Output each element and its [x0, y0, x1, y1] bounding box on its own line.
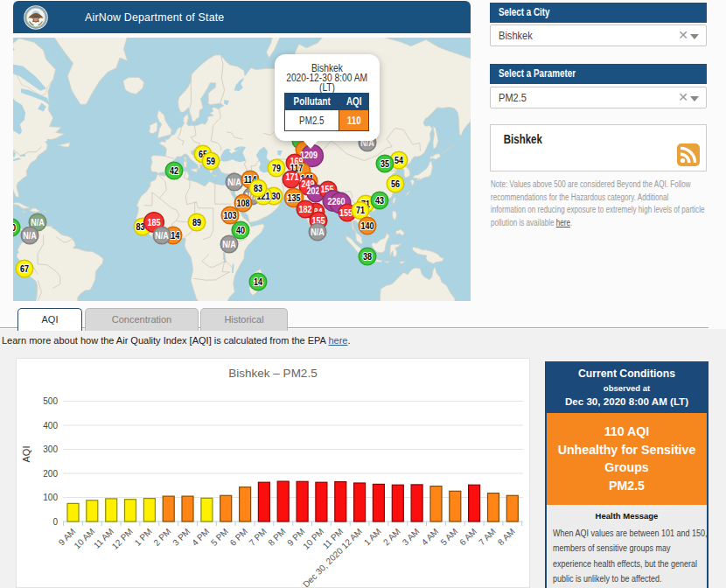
svg-text:10 PM: 10 PM [301, 527, 325, 551]
svg-text:5 AM: 5 AM [438, 527, 459, 548]
svg-text:14: 14 [254, 276, 262, 287]
svg-text:8 AM: 8 AM [496, 527, 517, 548]
svg-text:83: 83 [254, 183, 262, 193]
svg-text:54: 54 [394, 155, 403, 165]
svg-text:35: 35 [380, 158, 389, 169]
svg-text:Bishkek – PM2.5: Bishkek – PM2.5 [228, 367, 317, 380]
svg-text:2 PM: 2 PM [151, 527, 172, 548]
svg-text:3 AM: 3 AM [401, 527, 422, 548]
svg-text:10 AM: 10 AM [72, 527, 96, 551]
svg-text:42: 42 [170, 165, 178, 176]
svg-text:182: 182 [298, 204, 311, 214]
svg-text:8 PM: 8 PM [266, 527, 287, 548]
svg-text:185: 185 [147, 217, 160, 228]
svg-text:N/A: N/A [155, 230, 169, 241]
svg-text:400: 400 [43, 421, 58, 430]
svg-text:135: 135 [287, 192, 300, 203]
svg-text:500: 500 [43, 396, 58, 406]
svg-text:N/A: N/A [222, 239, 236, 249]
svg-text:3 PM: 3 PM [171, 527, 192, 548]
svg-text:N/A: N/A [31, 217, 45, 228]
svg-text:12 PM: 12 PM [110, 527, 135, 551]
svg-text:103: 103 [223, 210, 236, 220]
svg-text:N/A: N/A [227, 177, 241, 187]
svg-text:59: 59 [206, 156, 215, 166]
svg-text:1 PM: 1 PM [133, 527, 154, 548]
svg-text:6 AM: 6 AM [457, 527, 478, 548]
svg-text:6 PM: 6 PM [228, 527, 249, 548]
svg-text:5 PM: 5 PM [209, 527, 230, 548]
svg-text:4 AM: 4 AM [420, 527, 441, 548]
svg-text:40: 40 [236, 225, 245, 235]
svg-text:50: 50 [13, 222, 16, 233]
svg-text:56: 56 [391, 178, 400, 189]
svg-text:79: 79 [272, 163, 281, 173]
svg-text:171: 171 [285, 172, 298, 182]
svg-text:71: 71 [356, 206, 365, 216]
svg-text:89: 89 [192, 217, 201, 228]
svg-text:200: 200 [43, 469, 58, 479]
svg-text:38: 38 [363, 251, 372, 262]
svg-text:AQI: AQI [21, 446, 31, 463]
svg-text:7 AM: 7 AM [477, 527, 498, 548]
svg-text:300: 300 [43, 444, 58, 454]
svg-text:N/A: N/A [311, 227, 325, 237]
svg-text:N/A: N/A [23, 230, 37, 241]
svg-text:67: 67 [20, 263, 29, 274]
svg-text:4 PM: 4 PM [190, 527, 211, 548]
svg-text:2 AM: 2 AM [381, 527, 402, 548]
svg-text:202: 202 [306, 186, 319, 196]
svg-text:43: 43 [375, 195, 384, 206]
svg-text:0: 0 [52, 517, 58, 527]
svg-text:100: 100 [43, 493, 58, 502]
svg-text:108: 108 [236, 198, 249, 208]
svg-text:155: 155 [339, 207, 353, 218]
svg-text:1 AM: 1 AM [362, 527, 383, 548]
svg-text:140: 140 [360, 220, 373, 231]
svg-text:7 PM: 7 PM [248, 527, 269, 548]
